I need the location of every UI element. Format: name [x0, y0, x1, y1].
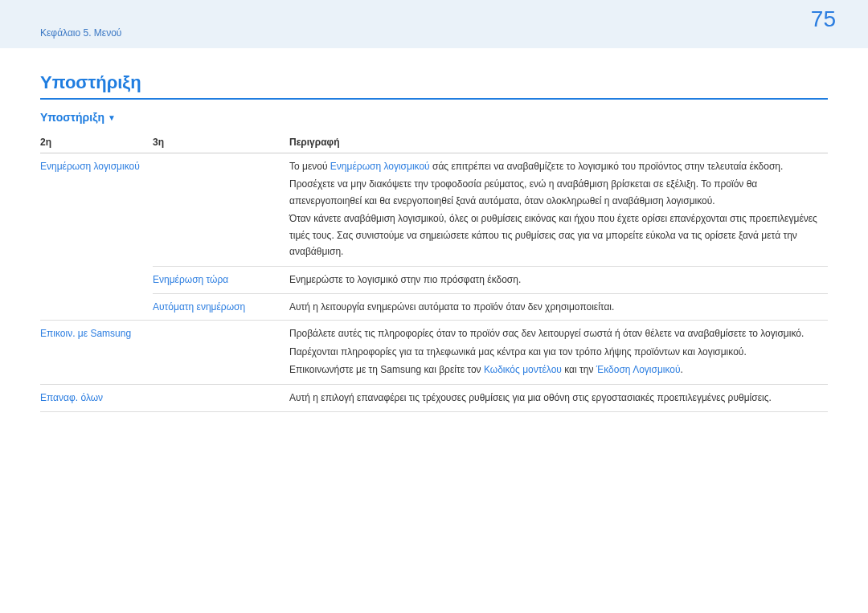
header-bar: Κεφάλαιο 5. Μενού 75 — [0, 0, 868, 48]
cell-contact-samsung: Επικοιν. με Samsung — [40, 321, 153, 385]
cell-desc: Αυτή η επιλογή επαναφέρει τις τρέχουσες … — [289, 385, 828, 411]
table-row: Αυτόματη ενημέρωση Αυτή η λειτουργία ενη… — [40, 293, 828, 320]
page-title: Υποστήριξη — [40, 72, 828, 100]
inline-link-model-code: Κωδικός μοντέλου — [484, 364, 562, 375]
table-row: Επαναφ. όλων Αυτή η επιλογή επαναφέρει τ… — [40, 385, 828, 411]
page-number: 75 — [811, 6, 836, 32]
table-row: Ενημέρωση τώρα Ενημερώστε το λογισμικό σ… — [40, 267, 828, 293]
th-col2: 3η — [153, 132, 289, 153]
text: Προσέχετε να μην διακόψετε την τροφοδοσί… — [289, 176, 825, 209]
breadcrumb[interactable]: Κεφάλαιο 5. Μενού — [40, 27, 121, 39]
support-table: 2η 3η Περιγραφή Ενημέρωση λογισμικού Το … — [40, 132, 828, 412]
chevron-down-icon: ▼ — [108, 113, 116, 122]
cell-desc: Το μενού Ενημέρωση λογισμικού σάς επιτρέ… — [289, 153, 828, 267]
th-col3: Περιγραφή — [289, 132, 828, 153]
inline-link-software-update: Ενημέρωση λογισμικού — [330, 161, 430, 172]
cell-software-update: Ενημέρωση λογισμικού — [40, 153, 153, 321]
content-area: Υποστήριξη Υποστήριξη ▼ 2η 3η Περιγραφή … — [0, 48, 868, 412]
cell-update-now: Ενημέρωση τώρα — [153, 267, 289, 293]
cell-desc: Προβάλετε αυτές τις πληροφορίες όταν το … — [289, 321, 828, 385]
text: σάς επιτρέπει να αναβαθμίζετε το λογισμι… — [430, 161, 784, 172]
text: Προβάλετε αυτές τις πληροφορίες όταν το … — [289, 325, 825, 341]
table-header-row: 2η 3η Περιγραφή — [40, 132, 828, 153]
text: Το μενού — [289, 161, 330, 172]
section-label: Υποστήριξη — [40, 111, 104, 124]
cell-desc: Αυτή η λειτουργία ενημερώνει αυτόματα το… — [289, 293, 828, 320]
th-col1: 2η — [40, 132, 153, 153]
cell-auto-update: Αυτόματη ενημέρωση — [153, 293, 289, 320]
cell-empty — [153, 385, 289, 411]
text: και την — [562, 364, 596, 375]
cell-empty — [153, 153, 289, 267]
table-row: Επικοιν. με Samsung Προβάλετε αυτές τις … — [40, 321, 828, 385]
text: Επικοινωνήστε με τη Samsung και βρείτε τ… — [289, 364, 484, 375]
text: Όταν κάνετε αναβάθμιση λογισμικού, όλες … — [289, 210, 825, 260]
cell-reset-all: Επαναφ. όλων — [40, 385, 153, 411]
text: . — [681, 364, 683, 375]
text: Παρέχονται πληροφορίες για τα τηλεφωνικά… — [289, 344, 825, 360]
cell-desc: Ενημερώστε το λογισμικό στην πιο πρόσφατ… — [289, 267, 828, 293]
table-row: Ενημέρωση λογισμικού Το μενού Ενημέρωση … — [40, 153, 828, 267]
section-header[interactable]: Υποστήριξη ▼ — [40, 111, 828, 124]
cell-empty — [153, 321, 289, 385]
inline-link-sw-version: Έκδοση Λογισμικού — [596, 364, 681, 375]
